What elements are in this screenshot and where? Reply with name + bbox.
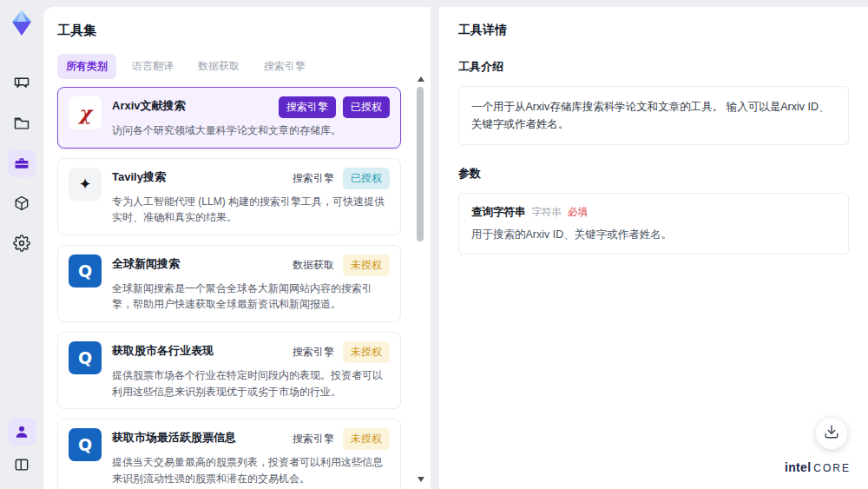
user-icon [13,423,30,440]
tool-card-active-stocks[interactable]: Q 获取市场最活跃股票信息 搜索引擎 未授权 提供当天交易量最高的股票列表，投资… [57,419,401,489]
gear-icon [13,235,30,252]
tool-name: Tavily搜索 [112,168,284,185]
panel-toggle-icon [13,456,30,473]
parameter-card: 查询字符串 字符串 必填 用于搜索的Arxiv ID、关键字或作者姓名。 [458,193,849,254]
tool-details-panel: 工具详情 工具介绍 一个用于从Arxiv存储库搜索科学论文和文章的工具。 输入可… [439,7,868,489]
sidebar-item-files[interactable] [8,109,36,137]
tool-card-stock-sectors[interactable]: Q 获取股市各行业表现 搜索引擎 未授权 提供股票市场各个行业在特定时间段内的表… [57,332,401,409]
sidebar-item-account[interactable] [8,418,36,446]
tool-name: 获取市场最活跃股票信息 [112,428,284,446]
app-window: 工具集 所有类别 语言翻译 数据获取 搜索引擎 χ Arxiv文献搜索 搜索引擎… [0,0,868,489]
category-label: 数据获取 [291,254,336,276]
cube-icon [13,195,30,212]
tool-description: 提供股票市场各个行业在特定时间段内的表现。投资者可以利用这些信息来识别表现优于或… [112,367,390,400]
download-button[interactable] [816,418,847,449]
sidebar-item-toolbox[interactable] [8,149,36,177]
auth-status-badge: 已授权 [343,168,390,189]
scrollbar-down-arrow[interactable] [418,477,424,482]
stock-logo-icon: Q [69,341,102,374]
scrollbar [416,76,425,482]
tool-name: Arxiv文献搜索 [112,96,272,114]
scrollbar-thumb[interactable] [417,87,424,241]
category-label: 搜索引擎 [291,168,336,189]
sidebar-item-plugins[interactable] [8,189,36,217]
sidebar-item-chat[interactable] [8,69,36,97]
tool-card-global-news[interactable]: Q 全球新闻搜索 数据获取 未授权 全球新闻搜索是一个聚合全球各大新闻网站内容的… [57,245,401,322]
tool-name: 全球新闻搜索 [112,254,284,272]
param-type: 字符串 [532,206,562,219]
toolset-panel: 工具集 所有类别 语言翻译 数据获取 搜索引擎 χ Arxiv文献搜索 搜索引擎… [43,7,431,489]
tool-card-arxiv[interactable]: χ Arxiv文献搜索 搜索引擎 已授权 访问各个研究领域大量科学论文和文章的存… [57,87,401,149]
param-required-flag: 必填 [568,206,588,219]
left-rail [0,0,43,489]
auth-status-badge: 未授权 [343,254,390,276]
sidebar-item-panel-toggle[interactable] [8,451,36,479]
intro-section-title: 工具介绍 [458,59,849,75]
category-label: 搜索引擎 [291,428,336,450]
chat-icon [13,75,30,92]
folder-icon [13,115,30,132]
tool-intro-box: 一个用于从Arxiv存储库搜索科学论文和文章的工具。 输入可以是Arxiv ID… [458,86,849,145]
tab-data-fetching[interactable]: 数据获取 [189,54,248,79]
page-title: 工具集 [57,23,417,39]
rail-bottom [8,418,36,479]
param-description: 用于搜索的Arxiv ID、关键字或作者姓名。 [471,228,836,242]
tab-search-engine[interactable]: 搜索引擎 [255,54,314,79]
tool-description: 全球新闻搜索是一个聚合全球各大新闻网站内容的搜索引擎，帮助用户快速获取全球最新资… [112,281,390,313]
toolbox-icon [13,155,30,172]
auth-status-badge: 已授权 [343,96,390,118]
rail-nav [8,69,36,257]
auth-status-badge: 未授权 [343,428,390,450]
app-logo [8,9,36,38]
arxiv-logo-icon: χ [69,96,102,129]
tool-description: 专为人工智能代理 (LLM) 构建的搜索引擎工具，可快速提供实时、准确和真实的结… [112,194,390,226]
tab-language-translation[interactable]: 语言翻译 [123,54,182,79]
params-section-title: 参数 [458,166,849,182]
tool-description: 访问各个研究领域大量科学论文和文章的存储库。 [112,122,390,139]
download-icon [824,424,839,443]
category-badge: 搜索引擎 [279,96,336,118]
category-label: 搜索引擎 [291,341,336,363]
sidebar-item-settings[interactable] [8,229,36,257]
param-name: 查询字符串 [471,205,526,220]
news-logo-icon: Q [69,254,102,287]
auth-status-badge: 未授权 [343,341,390,363]
tavily-logo-icon: ✦ [69,168,102,201]
tool-list: χ Arxiv文献搜索 搜索引擎 已授权 访问各个研究领域大量科学论文和文章的存… [57,87,417,489]
tab-all-categories[interactable]: 所有类别 [57,54,116,79]
stock-logo-icon: Q [69,428,102,461]
details-title: 工具详情 [458,23,849,38]
category-tabs: 所有类别 语言翻译 数据获取 搜索引擎 [57,54,417,79]
tool-card-tavily[interactable]: ✦ Tavily搜索 搜索引擎 已授权 专为人工智能代理 (LLM) 构建的搜索… [57,158,401,235]
tool-name: 获取股市各行业表现 [112,341,284,359]
scrollbar-up-arrow[interactable] [418,76,424,82]
intel-core-logo: intelcore [785,459,851,475]
tool-description: 提供当天交易量最高的股票列表，投资者可以利用这些信息来识别流动性强的股票和潜在的… [112,454,390,486]
